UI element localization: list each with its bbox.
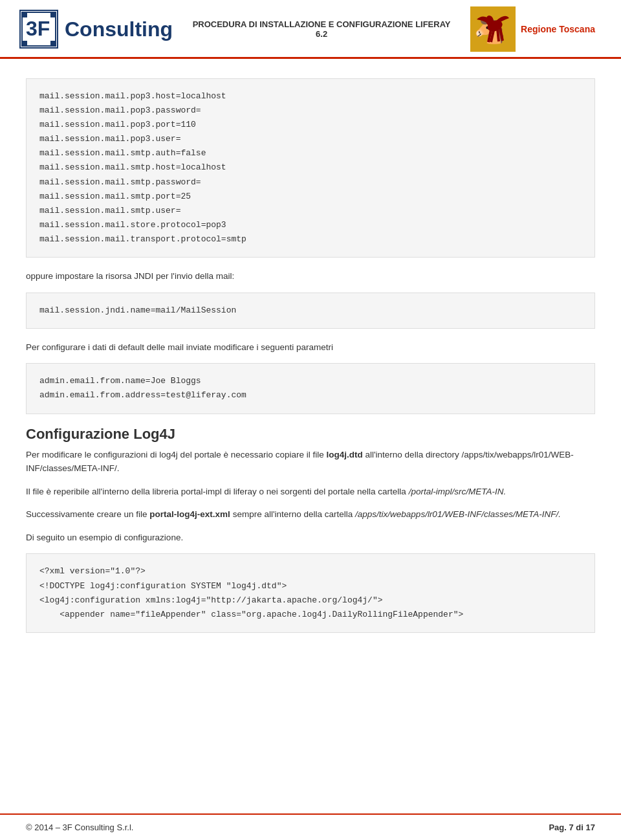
code-line: admin.email.from.name=Joe Bloggs (39, 374, 582, 388)
code-line: mail.session.mail.pop3.port=110 (39, 118, 582, 132)
svg-rect-2 (22, 12, 27, 17)
company-name: Consulting (65, 17, 173, 41)
code-block-jndi: mail.session.jndi.name=mail/MailSession (26, 293, 595, 329)
para3-italic: /apps/tix/webapps/lr01/WEB-INF/classes/M… (355, 509, 561, 519)
code-line: mail.session.mail.pop3.password= (39, 104, 582, 118)
page-number: Pag. 7 di 17 (549, 823, 595, 832)
code-line: mail.session.mail.smtp.host=localhost (39, 160, 582, 175)
paragraph-log4j-3: Successivamente creare un file portal-lo… (26, 507, 595, 522)
code-line: mail.session.mail.smtp.user= (39, 204, 582, 218)
region-area: 🐴 Regione Toscana (470, 6, 595, 52)
code-line: <?xml version="1.0"?> (39, 564, 582, 579)
svg-rect-3 (50, 12, 56, 17)
para1-start: Per modificare le configurazioni di log4… (26, 450, 327, 459)
code-line: mail.session.mail.pop3.host=localhost (39, 89, 582, 104)
code-line: mail.session.mail.smtp.auth=false (39, 146, 582, 160)
logo-box: 3F (19, 10, 58, 49)
code-line: mail.session.mail.store.protocol=pop3 (39, 218, 582, 232)
code-line: <!DOCTYPE log4j:configuration SYSTEM "lo… (39, 579, 582, 593)
svg-text:3F: 3F (26, 17, 50, 40)
svg-rect-4 (22, 41, 27, 46)
prose-default: Per configurare i dati di default delle … (26, 340, 595, 355)
region-name: Regione Toscana (521, 24, 595, 34)
copyright: © 2014 – 3F Consulting S.r.l. (26, 823, 133, 832)
para2-italic: /portal-impl/src/META-IN. (409, 487, 507, 496)
svg-line-12 (497, 28, 499, 41)
prose-jndi: oppure impostare la risorsa JNDI per l'i… (26, 269, 595, 283)
page-footer: © 2014 – 3F Consulting S.r.l. Pag. 7 di … (0, 813, 621, 840)
para3-mid: sempre all'interno della cartella (230, 509, 355, 519)
code-line: mail.session.jndi.name=mail/MailSession (39, 304, 582, 318)
svg-rect-5 (50, 41, 56, 46)
code-block-admin-email: admin.email.from.name=Joe Bloggs admin.e… (26, 363, 595, 414)
paragraph-log4j-2: Il file è reperibile all'interno della l… (26, 485, 595, 499)
para3-bold: portal-log4j-ext.xml (149, 509, 230, 519)
page-header: 3F Consulting PROCEDURA DI INSTALLAZIONE… (0, 0, 621, 59)
section-heading-log4j: Configurazione Log4J (26, 426, 595, 443)
region-logo: 🐴 (470, 6, 516, 52)
code-line: mail.session.mail.pop3.user= (39, 132, 582, 146)
code-line: mail.session.mail.smtp.port=25 (39, 190, 582, 204)
paragraph-log4j-1: Per modificare le configurazioni di log4… (26, 448, 595, 476)
document-title: PROCEDURA DI INSTALLAZIONE E CONFIGURAZI… (173, 19, 470, 39)
code-line: mail.session.mail.smtp.password= (39, 175, 582, 190)
code-block-mail-session: mail.session.mail.pop3.host=localhost ma… (26, 78, 595, 258)
main-content: mail.session.mail.pop3.host=localhost ma… (0, 59, 621, 658)
code-line: <log4j:configuration xmlns:log4j="http:/… (39, 593, 582, 608)
code-line: <appender name="fileAppender" class="org… (39, 608, 582, 622)
paragraph-log4j-4: Di seguito un esempio di configurazione. (26, 531, 595, 545)
para1-bold: log4j.dtd (327, 450, 363, 459)
para2-text: Il file è reperibile all'interno della l… (26, 487, 409, 496)
logo-area: 3F Consulting (19, 10, 173, 49)
code-line: mail.session.mail.transport.protocol=smt… (39, 232, 582, 247)
code-block-xml: <?xml version="1.0"?> <!DOCTYPE log4j:co… (26, 553, 595, 632)
code-line: admin.email.from.address=test@liferay.co… (39, 388, 582, 403)
para3-start: Successivamente creare un file (26, 509, 149, 519)
